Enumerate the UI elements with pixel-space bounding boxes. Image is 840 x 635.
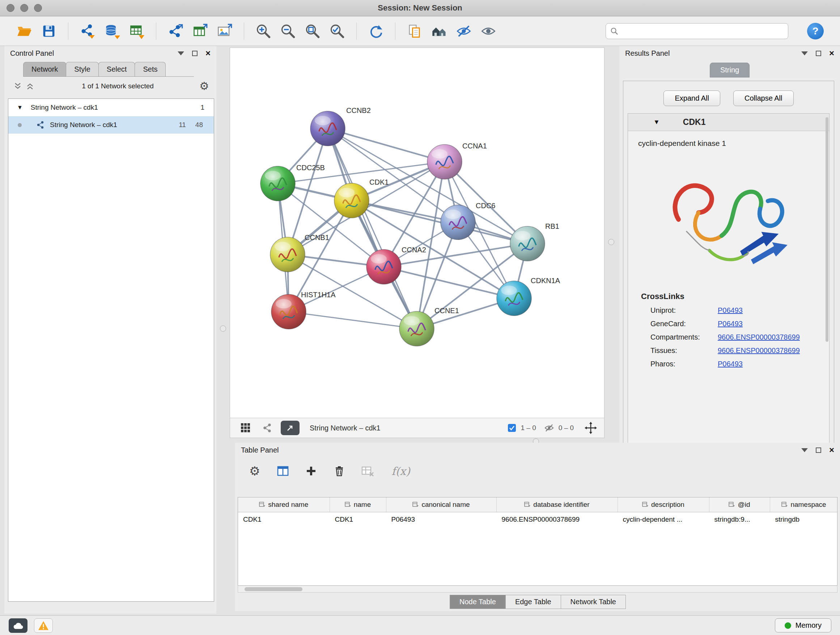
network-collection-row[interactable]: ▼ String Network – cdk1 1 <box>8 99 214 116</box>
crosslink-link[interactable]: 9606.ENSP00000378699 <box>718 347 800 355</box>
tab-sets[interactable]: Sets <box>134 62 166 76</box>
left-splitter-handle[interactable] <box>220 325 226 332</box>
float-panel-icon[interactable] <box>178 51 184 55</box>
export-network-button[interactable] <box>165 20 186 42</box>
expand-all-networks-button[interactable] <box>24 80 36 92</box>
crosslink-link[interactable]: P06493 <box>718 306 743 315</box>
close-panel-icon[interactable]: × <box>829 446 834 454</box>
minimize-window-button[interactable] <box>20 4 28 12</box>
tab-network-table[interactable]: Network Table <box>561 595 626 609</box>
search-input[interactable] <box>621 27 783 35</box>
detach-view-button[interactable] <box>281 421 300 435</box>
crosslink-link[interactable]: 9606.ENSP00000378699 <box>718 333 800 341</box>
column-header[interactable]: canonical name <box>386 497 496 512</box>
open-session-button[interactable] <box>14 20 35 42</box>
network-canvas[interactable]: CCNB2CCNA1CDC25BCDK1CDC6RB1CCNB1CCNA2CDK… <box>230 48 605 418</box>
network-node[interactable] <box>334 183 369 218</box>
maximize-panel-icon[interactable] <box>816 51 821 56</box>
network-node[interactable] <box>261 166 295 201</box>
tab-style[interactable]: Style <box>66 62 98 76</box>
expand-all-button[interactable]: Expand All <box>663 90 720 106</box>
memory-button[interactable]: Memory <box>775 618 831 632</box>
maximize-window-button[interactable] <box>34 4 42 12</box>
float-panel-icon[interactable] <box>801 448 808 452</box>
collapse-all-networks-button[interactable] <box>11 80 24 92</box>
column-header[interactable]: shared name <box>238 497 330 512</box>
function-builder-button[interactable]: f(x) <box>386 462 415 480</box>
network-node[interactable] <box>271 295 306 329</box>
zoom-in-button[interactable] <box>253 20 274 42</box>
show-columns-button[interactable] <box>273 462 292 480</box>
birdseye-view-button[interactable] <box>237 420 254 436</box>
network-node[interactable] <box>310 111 345 146</box>
network-node[interactable] <box>366 249 401 284</box>
tab-string[interactable]: String <box>710 63 750 78</box>
selected-checkbox-icon[interactable] <box>508 424 516 432</box>
cloud-status-button[interactable] <box>9 618 27 633</box>
results-scrollbar[interactable] <box>826 117 829 342</box>
hide-selected-button[interactable] <box>453 20 474 42</box>
copy-button[interactable] <box>404 20 425 42</box>
zoom-selected-button[interactable] <box>327 20 347 42</box>
network-options-gear-icon[interactable]: ⚙ <box>199 81 209 92</box>
tab-node-table[interactable]: Node Table <box>450 595 506 609</box>
zoom-out-button[interactable] <box>278 20 298 42</box>
export-table-button[interactable] <box>189 20 210 42</box>
close-window-button[interactable] <box>6 4 14 12</box>
column-header[interactable]: database identifier <box>496 497 617 512</box>
cell-description[interactable]: cyclin-dependent ... <box>617 512 709 527</box>
pan-move-icon[interactable] <box>584 422 597 434</box>
show-hidden-button[interactable] <box>478 20 499 42</box>
close-panel-icon[interactable]: × <box>205 49 210 57</box>
network-edge[interactable] <box>289 312 417 329</box>
table-options-gear-icon[interactable]: ⚙ <box>245 462 264 480</box>
column-header[interactable]: name <box>330 497 386 512</box>
column-header[interactable]: namespace <box>770 497 837 512</box>
tab-edge-table[interactable]: Edge Table <box>505 595 561 609</box>
network-edge[interactable] <box>352 201 527 244</box>
maximize-panel-icon[interactable] <box>816 448 821 453</box>
export-image-button[interactable] <box>214 20 235 42</box>
network-node[interactable] <box>270 237 305 272</box>
import-network-button[interactable] <box>77 20 98 42</box>
save-session-button[interactable] <box>38 20 59 42</box>
crosslink-link[interactable]: P06493 <box>718 320 743 328</box>
close-panel-icon[interactable]: × <box>829 49 834 57</box>
create-column-button[interactable] <box>302 462 321 480</box>
tab-network[interactable]: Network <box>23 62 66 76</box>
column-header[interactable]: @id <box>709 497 770 512</box>
apply-layout-button[interactable] <box>365 20 386 42</box>
maximize-panel-icon[interactable] <box>192 51 197 56</box>
network-node[interactable] <box>441 205 475 240</box>
zoom-fit-button[interactable] <box>302 20 323 42</box>
network-node[interactable] <box>427 144 462 179</box>
delete-table-button[interactable] <box>358 462 377 480</box>
cell-canonical-name[interactable]: P06493 <box>386 512 496 527</box>
expander-triangle-icon[interactable]: ▼ <box>17 104 23 111</box>
right-splitter-handle[interactable] <box>608 239 614 245</box>
cell-id[interactable]: stringdb:9... <box>709 512 770 527</box>
network-row[interactable]: String Network – cdk1 11 48 <box>8 116 214 134</box>
cell-database-identifier[interactable]: 9606.ENSP00000378699 <box>496 512 617 527</box>
network-node[interactable] <box>399 311 434 346</box>
import-network-database-button[interactable] <box>102 20 123 42</box>
cell-shared-name[interactable]: CDK1 <box>238 512 330 527</box>
network-graph[interactable]: CCNB2CCNA1CDC25BCDK1CDC6RB1CCNB1CCNA2CDK… <box>230 48 604 418</box>
network-node[interactable] <box>510 226 545 261</box>
table-horizontal-scrollbar[interactable] <box>238 586 837 593</box>
show-all-networks-button[interactable] <box>429 20 450 42</box>
import-table-button[interactable] <box>126 20 147 42</box>
network-node[interactable] <box>497 281 531 316</box>
table-row[interactable]: CDK1 CDK1 P06493 9606.ENSP00000378699 cy… <box>238 512 837 527</box>
column-header[interactable]: description <box>617 497 709 512</box>
network-edge[interactable] <box>328 128 445 162</box>
gene-section-header[interactable]: ▼ CDK1 <box>628 114 829 131</box>
float-panel-icon[interactable] <box>801 51 808 55</box>
delete-column-button[interactable] <box>330 462 349 480</box>
cell-name[interactable]: CDK1 <box>330 512 386 527</box>
warnings-button[interactable] <box>34 618 53 633</box>
help-button[interactable]: ? <box>807 23 824 40</box>
collapse-section-icon[interactable]: ▼ <box>653 119 660 126</box>
scrollbar-thumb[interactable] <box>245 587 302 591</box>
network-overview-button[interactable] <box>259 420 276 436</box>
